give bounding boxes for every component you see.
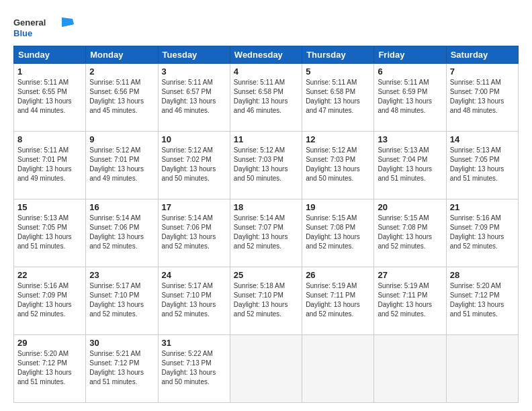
- day-number: 3: [162, 66, 226, 77]
- calendar-cell: 7Sunrise: 5:11 AMSunset: 7:00 PMDaylight…: [446, 64, 518, 132]
- calendar-cell: 13Sunrise: 5:13 AMSunset: 7:04 PMDayligh…: [374, 132, 446, 199]
- page: General Blue SundayMondayTuesdayWednesda…: [0, 0, 532, 411]
- day-number: 30: [89, 338, 154, 348]
- calendar-cell: [446, 335, 518, 403]
- calendar-cell: [374, 335, 446, 403]
- day-number: 8: [17, 134, 82, 144]
- day-info: Sunrise: 5:13 AMSunset: 7:04 PMDaylight:…: [378, 146, 442, 183]
- day-number: 29: [17, 338, 82, 348]
- day-number: 23: [89, 270, 154, 280]
- day-number: 19: [306, 202, 370, 212]
- calendar-cell: 12Sunrise: 5:12 AMSunset: 7:03 PMDayligh…: [302, 132, 374, 199]
- day-number: 4: [234, 66, 298, 77]
- day-number: 1: [17, 66, 82, 77]
- calendar-cell: 17Sunrise: 5:14 AMSunset: 7:06 PMDayligh…: [158, 199, 230, 267]
- day-info: Sunrise: 5:14 AMSunset: 7:06 PMDaylight:…: [89, 214, 154, 251]
- day-number: 16: [89, 202, 154, 212]
- calendar-cell: 4Sunrise: 5:11 AMSunset: 6:58 PMDaylight…: [230, 64, 302, 132]
- day-info: Sunrise: 5:11 AMSunset: 7:00 PMDaylight:…: [450, 78, 515, 116]
- logo: General Blue: [13, 12, 81, 40]
- calendar-cell: 20Sunrise: 5:15 AMSunset: 7:08 PMDayligh…: [374, 199, 446, 267]
- calendar-cell: 31Sunrise: 5:22 AMSunset: 7:13 PMDayligh…: [158, 335, 230, 403]
- day-info: Sunrise: 5:12 AMSunset: 7:03 PMDaylight:…: [306, 146, 370, 183]
- calendar-cell: 30Sunrise: 5:21 AMSunset: 7:12 PMDayligh…: [86, 335, 158, 403]
- day-number: 10: [162, 134, 226, 144]
- day-number: 21: [450, 202, 515, 212]
- week-row-1: 1Sunrise: 5:11 AMSunset: 6:55 PMDaylight…: [14, 64, 519, 132]
- calendar-cell: 8Sunrise: 5:11 AMSunset: 7:01 PMDaylight…: [14, 132, 86, 199]
- week-row-4: 22Sunrise: 5:16 AMSunset: 7:09 PMDayligh…: [14, 267, 519, 335]
- calendar-cell: 9Sunrise: 5:12 AMSunset: 7:01 PMDaylight…: [86, 132, 158, 199]
- day-info: Sunrise: 5:13 AMSunset: 7:05 PMDaylight:…: [17, 214, 82, 251]
- calendar-cell: [230, 335, 302, 403]
- calendar-cell: 5Sunrise: 5:11 AMSunset: 6:58 PMDaylight…: [302, 64, 374, 132]
- svg-text:Blue: Blue: [13, 28, 32, 38]
- day-number: 31: [162, 338, 226, 348]
- header: General Blue: [13, 12, 519, 40]
- day-number: 20: [378, 202, 442, 212]
- day-number: 26: [306, 270, 370, 280]
- day-number: 13: [378, 134, 442, 144]
- day-info: Sunrise: 5:16 AMSunset: 7:09 PMDaylight:…: [450, 214, 515, 251]
- day-number: 24: [162, 270, 226, 280]
- calendar-cell: 15Sunrise: 5:13 AMSunset: 7:05 PMDayligh…: [14, 199, 86, 267]
- calendar-cell: 1Sunrise: 5:11 AMSunset: 6:55 PMDaylight…: [14, 64, 86, 132]
- col-header-thursday: Thursday: [302, 46, 374, 64]
- col-header-monday: Monday: [86, 46, 158, 64]
- day-number: 27: [378, 270, 442, 280]
- day-number: 18: [234, 202, 298, 212]
- day-number: 12: [306, 134, 370, 144]
- day-number: 7: [450, 66, 515, 77]
- day-number: 6: [378, 66, 442, 77]
- day-info: Sunrise: 5:14 AMSunset: 7:06 PMDaylight:…: [162, 214, 226, 251]
- calendar-table: SundayMondayTuesdayWednesdayThursdayFrid…: [13, 46, 519, 403]
- day-info: Sunrise: 5:16 AMSunset: 7:09 PMDaylight:…: [17, 281, 82, 319]
- calendar-cell: 25Sunrise: 5:18 AMSunset: 7:10 PMDayligh…: [230, 267, 302, 335]
- day-info: Sunrise: 5:15 AMSunset: 7:08 PMDaylight:…: [378, 214, 442, 251]
- day-number: 25: [234, 270, 298, 280]
- calendar-cell: 24Sunrise: 5:17 AMSunset: 7:10 PMDayligh…: [158, 267, 230, 335]
- calendar-cell: [302, 335, 374, 403]
- day-info: Sunrise: 5:11 AMSunset: 6:55 PMDaylight:…: [17, 78, 82, 116]
- day-info: Sunrise: 5:19 AMSunset: 7:11 PMDaylight:…: [306, 281, 370, 319]
- col-header-wednesday: Wednesday: [230, 46, 302, 64]
- calendar-cell: 2Sunrise: 5:11 AMSunset: 6:56 PMDaylight…: [86, 64, 158, 132]
- calendar-cell: 10Sunrise: 5:12 AMSunset: 7:02 PMDayligh…: [158, 132, 230, 199]
- day-info: Sunrise: 5:15 AMSunset: 7:08 PMDaylight:…: [306, 214, 370, 251]
- day-info: Sunrise: 5:11 AMSunset: 6:58 PMDaylight:…: [306, 78, 370, 116]
- day-info: Sunrise: 5:11 AMSunset: 7:01 PMDaylight:…: [17, 146, 82, 183]
- calendar-cell: 19Sunrise: 5:15 AMSunset: 7:08 PMDayligh…: [302, 199, 374, 267]
- day-number: 28: [450, 270, 515, 280]
- day-number: 14: [450, 134, 515, 144]
- day-info: Sunrise: 5:11 AMSunset: 6:57 PMDaylight:…: [162, 78, 226, 116]
- day-info: Sunrise: 5:12 AMSunset: 7:02 PMDaylight:…: [162, 146, 226, 183]
- day-info: Sunrise: 5:20 AMSunset: 7:12 PMDaylight:…: [17, 349, 82, 387]
- day-number: 11: [234, 134, 298, 144]
- calendar-header-row: SundayMondayTuesdayWednesdayThursdayFrid…: [14, 46, 519, 64]
- day-info: Sunrise: 5:20 AMSunset: 7:12 PMDaylight:…: [450, 281, 515, 319]
- calendar-cell: 14Sunrise: 5:13 AMSunset: 7:05 PMDayligh…: [446, 132, 518, 199]
- day-info: Sunrise: 5:17 AMSunset: 7:10 PMDaylight:…: [162, 281, 226, 319]
- col-header-tuesday: Tuesday: [158, 46, 230, 64]
- day-info: Sunrise: 5:14 AMSunset: 7:07 PMDaylight:…: [234, 214, 298, 251]
- week-row-3: 15Sunrise: 5:13 AMSunset: 7:05 PMDayligh…: [14, 199, 519, 267]
- day-info: Sunrise: 5:17 AMSunset: 7:10 PMDaylight:…: [89, 281, 154, 319]
- calendar-cell: 6Sunrise: 5:11 AMSunset: 6:59 PMDaylight…: [374, 64, 446, 132]
- calendar-cell: 29Sunrise: 5:20 AMSunset: 7:12 PMDayligh…: [14, 335, 86, 403]
- calendar-cell: 16Sunrise: 5:14 AMSunset: 7:06 PMDayligh…: [86, 199, 158, 267]
- day-number: 17: [162, 202, 226, 212]
- day-number: 2: [89, 66, 154, 77]
- calendar-cell: 3Sunrise: 5:11 AMSunset: 6:57 PMDaylight…: [158, 64, 230, 132]
- col-header-friday: Friday: [374, 46, 446, 64]
- calendar-cell: 26Sunrise: 5:19 AMSunset: 7:11 PMDayligh…: [302, 267, 374, 335]
- week-row-2: 8Sunrise: 5:11 AMSunset: 7:01 PMDaylight…: [14, 132, 519, 199]
- svg-marker-1: [62, 17, 74, 27]
- calendar-cell: 11Sunrise: 5:12 AMSunset: 7:03 PMDayligh…: [230, 132, 302, 199]
- day-info: Sunrise: 5:11 AMSunset: 6:58 PMDaylight:…: [234, 78, 298, 116]
- calendar-cell: 27Sunrise: 5:19 AMSunset: 7:11 PMDayligh…: [374, 267, 446, 335]
- day-info: Sunrise: 5:18 AMSunset: 7:10 PMDaylight:…: [234, 281, 298, 319]
- calendar-cell: 28Sunrise: 5:20 AMSunset: 7:12 PMDayligh…: [446, 267, 518, 335]
- day-number: 9: [89, 134, 154, 144]
- calendar-cell: 23Sunrise: 5:17 AMSunset: 7:10 PMDayligh…: [86, 267, 158, 335]
- col-header-saturday: Saturday: [446, 46, 518, 64]
